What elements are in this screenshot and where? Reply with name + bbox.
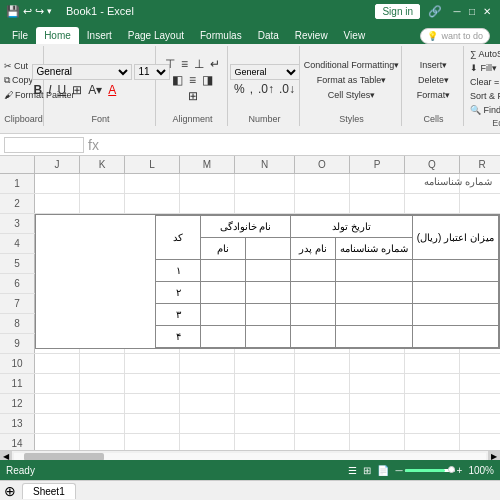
cell[interactable] bbox=[295, 354, 350, 373]
cell[interactable] bbox=[295, 414, 350, 433]
cell[interactable] bbox=[35, 174, 80, 193]
cell[interactable] bbox=[125, 374, 180, 393]
fill-button[interactable]: ⬇ Fill▾ bbox=[467, 62, 500, 74]
cell-credit-2[interactable] bbox=[412, 282, 498, 304]
align-bottom-button[interactable]: ⊥ bbox=[192, 57, 206, 71]
underline-button[interactable]: U bbox=[56, 83, 69, 97]
cell[interactable] bbox=[460, 414, 500, 433]
zoom-in-button[interactable]: + bbox=[457, 465, 463, 476]
cell[interactable] bbox=[405, 194, 460, 213]
insert-button[interactable]: Insert▾ bbox=[417, 59, 451, 71]
cell[interactable] bbox=[350, 374, 405, 393]
cell[interactable] bbox=[125, 354, 180, 373]
cell[interactable] bbox=[235, 174, 295, 193]
col-header-p[interactable]: P bbox=[350, 156, 405, 173]
align-right-button[interactable]: ◨ bbox=[200, 73, 215, 87]
find-select-button[interactable]: 🔍 Find & Select▾ bbox=[467, 104, 500, 116]
tell-me-box[interactable]: 💡 want to do bbox=[420, 28, 490, 44]
fill-color-button[interactable]: A▾ bbox=[86, 83, 104, 97]
cell-code-4[interactable]: ۴ bbox=[156, 326, 201, 348]
cell[interactable] bbox=[35, 414, 80, 433]
cell[interactable] bbox=[235, 194, 295, 213]
cell-father-4[interactable] bbox=[291, 326, 336, 348]
cell[interactable] bbox=[460, 374, 500, 393]
cell[interactable] bbox=[80, 174, 125, 193]
cell-father-2[interactable] bbox=[291, 282, 336, 304]
cell[interactable] bbox=[125, 394, 180, 413]
autosum-button[interactable]: ∑ AutoSum▾ bbox=[467, 48, 500, 60]
tab-home[interactable]: Home bbox=[36, 27, 79, 44]
add-sheet-button[interactable]: ⊕ bbox=[4, 483, 16, 499]
cell[interactable] bbox=[80, 354, 125, 373]
cell[interactable] bbox=[405, 354, 460, 373]
undo-icon[interactable]: ↩ bbox=[23, 5, 32, 18]
cell[interactable] bbox=[35, 374, 80, 393]
cell-code-1[interactable]: ۱ bbox=[156, 260, 201, 282]
persian-table-header-idnum[interactable]: شماره شناسنامه bbox=[336, 238, 413, 260]
col-header-l[interactable]: L bbox=[125, 156, 180, 173]
align-left-button[interactable]: ◧ bbox=[170, 73, 185, 87]
comma-button[interactable]: , bbox=[248, 82, 255, 96]
tab-formulas[interactable]: Formulas bbox=[192, 27, 250, 44]
tab-insert[interactable]: Insert bbox=[79, 27, 120, 44]
increase-decimal-button[interactable]: .0↑ bbox=[256, 82, 276, 96]
italic-button[interactable]: I bbox=[46, 83, 53, 97]
decrease-decimal-button[interactable]: .0↓ bbox=[277, 82, 297, 96]
cell[interactable] bbox=[460, 394, 500, 413]
cell[interactable] bbox=[80, 414, 125, 433]
cell[interactable] bbox=[350, 394, 405, 413]
cell[interactable] bbox=[180, 374, 235, 393]
page-layout-button[interactable]: ⊞ bbox=[363, 465, 371, 476]
cell[interactable] bbox=[80, 194, 125, 213]
persian-table-header-fathername[interactable]: نام پدر bbox=[291, 238, 336, 260]
cell[interactable] bbox=[350, 194, 405, 213]
cell[interactable] bbox=[80, 374, 125, 393]
wrap-text-button[interactable]: ↵ bbox=[208, 57, 222, 71]
cell-family-1[interactable] bbox=[246, 260, 291, 282]
cell-credit-4[interactable] bbox=[412, 326, 498, 348]
cell-code-3[interactable]: ۳ bbox=[156, 304, 201, 326]
cell-idnum-4[interactable] bbox=[336, 326, 413, 348]
cell-idnum-2[interactable] bbox=[336, 282, 413, 304]
zoom-slider[interactable] bbox=[405, 469, 455, 472]
cell-family-4[interactable] bbox=[246, 326, 291, 348]
font-color-button[interactable]: A bbox=[106, 83, 118, 97]
signin-button[interactable]: Sign in bbox=[375, 4, 420, 19]
page-break-button[interactable]: 📄 bbox=[377, 465, 389, 476]
bold-button[interactable]: B bbox=[32, 83, 45, 97]
tab-data[interactable]: Data bbox=[250, 27, 287, 44]
cell[interactable] bbox=[405, 374, 460, 393]
normal-view-button[interactable]: ☰ bbox=[348, 465, 357, 476]
cell[interactable] bbox=[125, 174, 180, 193]
col-header-j[interactable]: J bbox=[35, 156, 80, 173]
cell[interactable] bbox=[235, 354, 295, 373]
cell[interactable] bbox=[235, 374, 295, 393]
col-header-m[interactable]: M bbox=[180, 156, 235, 173]
cell[interactable] bbox=[295, 194, 350, 213]
cell[interactable] bbox=[180, 354, 235, 373]
sort-filter-button[interactable]: Sort & Filter▾ bbox=[467, 90, 500, 102]
col-header-o[interactable]: O bbox=[295, 156, 350, 173]
tab-file[interactable]: File bbox=[4, 27, 36, 44]
cell-idnum-1[interactable] bbox=[336, 260, 413, 282]
maximize-button[interactable]: □ bbox=[465, 4, 479, 18]
align-top-button[interactable]: ⊤ bbox=[163, 57, 177, 71]
cell[interactable] bbox=[295, 394, 350, 413]
cell[interactable] bbox=[295, 374, 350, 393]
cell[interactable] bbox=[180, 174, 235, 193]
cell[interactable] bbox=[180, 194, 235, 213]
cell-name-2[interactable] bbox=[201, 282, 246, 304]
cell[interactable] bbox=[35, 354, 80, 373]
cell[interactable] bbox=[35, 194, 80, 213]
percent-button[interactable]: % bbox=[232, 82, 247, 96]
dropdown-icon[interactable]: ▾ bbox=[47, 6, 52, 16]
cell-code-2[interactable]: ۲ bbox=[156, 282, 201, 304]
merge-button[interactable]: ⊞ bbox=[186, 89, 200, 103]
cell[interactable] bbox=[235, 414, 295, 433]
cell-name-1[interactable] bbox=[201, 260, 246, 282]
redo-icon[interactable]: ↪ bbox=[35, 5, 44, 18]
cell[interactable] bbox=[350, 354, 405, 373]
cell[interactable] bbox=[235, 394, 295, 413]
tab-pagelayout[interactable]: Page Layout bbox=[120, 27, 192, 44]
cell-idnum-3[interactable] bbox=[336, 304, 413, 326]
